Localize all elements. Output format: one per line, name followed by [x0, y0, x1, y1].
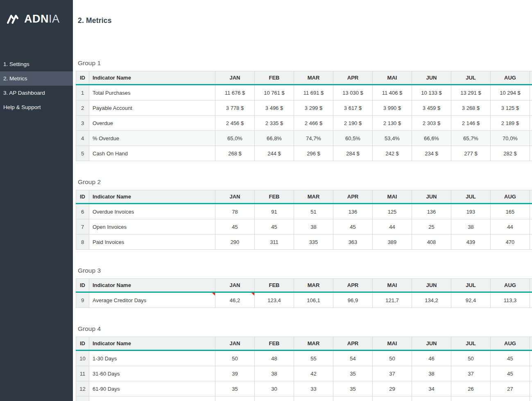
cell-value[interactable]: 74,7% [294, 131, 333, 146]
cell-value[interactable]: 121,7 [373, 292, 412, 308]
cell-value[interactable]: 66,8% [255, 131, 294, 146]
cell-value[interactable]: 3 299 $ [294, 100, 333, 116]
cell-value[interactable]: 10 761 $ [255, 85, 294, 100]
cell-value[interactable]: 55 [294, 351, 333, 366]
cell-value[interactable]: 389 [373, 235, 412, 250]
cell-value[interactable]: 27 [491, 381, 530, 396]
sidebar-item-2-metrics[interactable]: 2. Metrics [0, 71, 73, 86]
cell-value[interactable]: 38 [451, 219, 491, 235]
cell-value[interactable]: 25 [412, 219, 451, 235]
cell-value[interactable]: 136 [412, 204, 451, 219]
cell-value[interactable]: 50 [215, 351, 255, 366]
cell-value[interactable]: 17 [491, 396, 530, 401]
cell-indicator-name[interactable]: % Overdue [89, 131, 215, 146]
sidebar-item-help-support[interactable]: Help & Support [0, 100, 73, 114]
cell-value[interactable]: 113,3 [491, 292, 530, 308]
cell-value[interactable]: 38 [255, 366, 294, 381]
cell-value[interactable]: 3 459 $ [412, 100, 451, 116]
cell-value[interactable]: 3 990 $ [373, 100, 412, 116]
cell-id[interactable]: 7 [76, 219, 89, 235]
cell-value[interactable]: 277 $ [451, 146, 491, 161]
cell-id[interactable]: 13 [76, 396, 89, 401]
cell-value[interactable]: 2 466 $ [294, 116, 333, 131]
cell-value[interactable]: 37 [373, 366, 412, 381]
cell-value[interactable]: 53,4% [373, 131, 412, 146]
cell-value[interactable]: 50 [373, 351, 412, 366]
cell-id[interactable]: 11 [76, 366, 89, 381]
cell-indicator-name[interactable]: Paid Invoices [89, 235, 215, 250]
cell-value[interactable]: 37 [451, 366, 491, 381]
cell-value[interactable]: 35 [333, 366, 373, 381]
cell-id[interactable]: 9 [76, 292, 89, 308]
cell-value[interactable]: 66,6% [412, 131, 451, 146]
cell-value[interactable]: 38 [412, 366, 451, 381]
cell-value[interactable]: 42 [294, 366, 333, 381]
cell-value[interactable]: 46,2 [215, 292, 255, 308]
cell-value[interactable]: 19 [333, 396, 373, 401]
cell-value[interactable]: 242 $ [373, 146, 412, 161]
cell-value[interactable]: 45 [215, 219, 255, 235]
cell-value[interactable]: 234 $ [412, 146, 451, 161]
cell-value[interactable]: 2 456 $ [215, 116, 255, 131]
cell-value[interactable]: 11 691 $ [294, 85, 333, 100]
cell-value[interactable]: 10 133 $ [412, 85, 451, 100]
cell-value[interactable]: 30 [255, 381, 294, 396]
cell-value[interactable]: 60,5% [333, 131, 373, 146]
cell-value[interactable]: 29 [373, 381, 412, 396]
cell-indicator-name[interactable]: 1-30 Days [89, 351, 215, 366]
cell-value[interactable]: 10 294 $ [491, 85, 530, 100]
cell-id[interactable]: 12 [76, 381, 89, 396]
cell-value[interactable]: 48 [255, 351, 294, 366]
cell-value[interactable]: 335 [294, 235, 333, 250]
cell-value[interactable]: 3 496 $ [255, 100, 294, 116]
cell-value[interactable]: 268 $ [215, 146, 255, 161]
cell-indicator-name[interactable]: Overdue [89, 116, 215, 131]
cell-value[interactable]: 26 [451, 381, 491, 396]
cell-id[interactable]: 1 [76, 85, 89, 100]
cell-value[interactable]: 38 [294, 219, 333, 235]
cell-indicator-name[interactable]: Total Purchases [89, 85, 215, 100]
cell-value[interactable]: 470 [491, 235, 530, 250]
cell-indicator-name[interactable]: Average Creditor Days [89, 292, 215, 308]
cell-value[interactable]: 35 [215, 381, 255, 396]
cell-value[interactable]: 46 [412, 351, 451, 366]
cell-value[interactable]: 3 268 $ [451, 100, 491, 116]
cell-value[interactable]: 13 030 $ [333, 85, 373, 100]
cell-value[interactable]: 2 303 $ [412, 116, 451, 131]
cell-value[interactable]: 290 [215, 235, 255, 250]
cell-value[interactable]: 136 [333, 204, 373, 219]
cell-value[interactable]: 2 190 $ [333, 116, 373, 131]
sidebar-item-3-ap-dashboard[interactable]: 3. AP Dashboard [0, 86, 73, 100]
cell-value[interactable]: 50 [451, 351, 491, 366]
cell-value[interactable]: 45 [491, 366, 530, 381]
cell-value[interactable]: 45 [333, 219, 373, 235]
cell-id[interactable]: 10 [76, 351, 89, 366]
cell-value[interactable]: 35 [333, 381, 373, 396]
cell-value[interactable]: 11 406 $ [373, 85, 412, 100]
cell-value[interactable]: 45 [491, 351, 530, 366]
cell-value[interactable]: 91 [255, 204, 294, 219]
sidebar-item-1-settings[interactable]: 1. Settings [0, 57, 73, 71]
cell-value[interactable]: 78 [215, 204, 255, 219]
cell-value[interactable]: 33 [294, 381, 333, 396]
cell-value[interactable]: 311 [255, 235, 294, 250]
cell-value[interactable]: 13 291 $ [451, 85, 491, 100]
cell-indicator-name[interactable]: Overdue Invoices [89, 204, 215, 219]
cell-value[interactable]: 19 [412, 396, 451, 401]
cell-value[interactable]: 2 189 $ [491, 116, 530, 131]
cell-value[interactable]: 45 [255, 219, 294, 235]
cell-value[interactable]: 244 $ [255, 146, 294, 161]
cell-id[interactable]: 5 [76, 146, 89, 161]
cell-indicator-name[interactable]: Payable Account [89, 100, 215, 116]
cell-value[interactable]: 284 $ [333, 146, 373, 161]
cell-value[interactable]: 23 [294, 396, 333, 401]
cell-value[interactable]: 106,1 [294, 292, 333, 308]
cell-value[interactable]: 439 [451, 235, 491, 250]
cell-value[interactable]: 96,9 [333, 292, 373, 308]
cell-id[interactable]: 2 [76, 100, 89, 116]
cell-value[interactable]: 11 676 $ [215, 85, 255, 100]
cell-id[interactable]: 6 [76, 204, 89, 219]
cell-value[interactable]: 34 [412, 381, 451, 396]
cell-value[interactable]: 2 146 $ [451, 116, 491, 131]
cell-id[interactable]: 4 [76, 131, 89, 146]
